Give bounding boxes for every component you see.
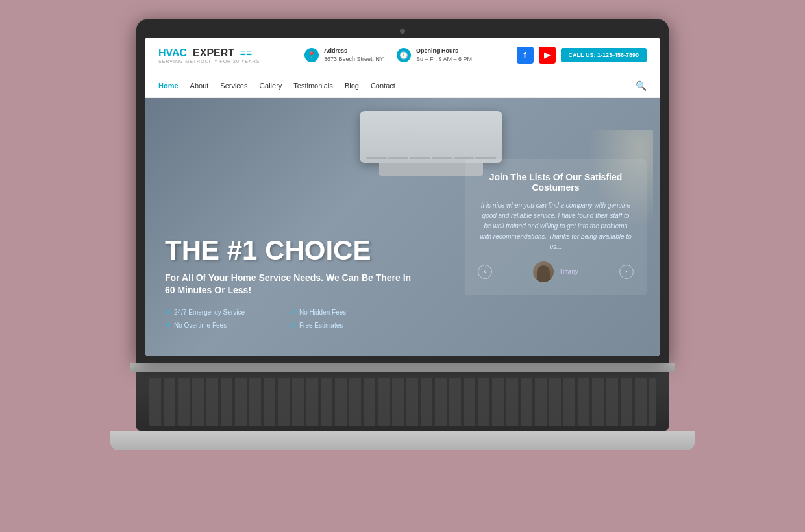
ac-vent-3 [410, 157, 430, 159]
keyboard-keys [149, 378, 656, 426]
check-icon-3: ✓ [165, 320, 171, 330]
testimonial-heading: Join The Lists Of Our Satisfied Costumer… [478, 172, 634, 193]
feature-label-3: No Overtime Fees [174, 322, 227, 329]
feature-label-4: Free Estimates [299, 322, 343, 329]
ac-vent-2 [388, 157, 409, 159]
logo-expert: EXPERT [193, 47, 234, 58]
nav-testimonials[interactable]: Testimonials [293, 82, 333, 90]
feature-4: ✓ Free Estimates [290, 320, 412, 330]
palm-rest [110, 431, 695, 450]
check-icon-4: ✓ [290, 320, 297, 330]
nav-services[interactable]: Services [220, 82, 247, 90]
hours-block: 🕐 Opening Hours Su – Fr: 9 AM – 6 PM [397, 47, 472, 63]
call-button[interactable]: CALL US: 1-123-456-7890 [561, 48, 647, 62]
logo-sub: SERVING METROCITY FOR 20 YEARS [158, 59, 260, 64]
top-bar-info: 📍 Address 3673 Beech Street, NY 🕐 Openin… [304, 47, 472, 63]
address-block: 📍 Address 3673 Beech Street, NY [304, 47, 384, 63]
clock-icon: 🕐 [397, 48, 411, 62]
feature-1: ✓ 24/7 Emergency Service [165, 308, 286, 317]
avatar-figure [537, 265, 550, 282]
nav-gallery[interactable]: Gallery [260, 82, 282, 90]
ac-unit-image [360, 111, 502, 163]
nav-home[interactable]: Home [158, 82, 179, 90]
hours-text: Opening Hours Su – Fr: 9 AM – 6 PM [416, 47, 472, 63]
youtube-button[interactable]: ▶ [539, 47, 556, 64]
laptop-mockup: HVAC EXPERT ≡≡ SERVING METROCITY FOR 20 … [110, 19, 695, 513]
feature-label-1: 24/7 Emergency Service [174, 309, 245, 316]
logo-hvac: HVAC [158, 47, 187, 58]
nav-links: Home About Services Gallery Testimonials… [158, 82, 395, 90]
hero-section: THE #1 CHOICE For All Of Your Home Servi… [145, 98, 660, 356]
hero-title: THE #1 CHOICE [165, 237, 412, 264]
ac-vent-4 [432, 157, 452, 159]
laptop-screen: HVAC EXPERT ≡≡ SERVING METROCITY FOR 20 … [145, 38, 660, 356]
search-icon[interactable]: 🔍 [636, 80, 647, 91]
testimonial-author: Tiffany [533, 261, 578, 282]
location-icon: 📍 [304, 48, 319, 62]
prev-arrow[interactable]: ‹ [478, 265, 492, 279]
features-list: ✓ 24/7 Emergency Service ✓ No Hidden Fee… [165, 308, 412, 330]
author-avatar [533, 261, 554, 282]
nav-blog[interactable]: Blog [345, 82, 359, 90]
top-bar-right: f ▶ CALL US: 1-123-456-7890 [517, 47, 647, 64]
logo: HVAC EXPERT ≡≡ SERVING METROCITY FOR 20 … [158, 47, 260, 64]
navigation: Home About Services Gallery Testimonials… [145, 73, 660, 98]
nav-contact[interactable]: Contact [371, 82, 395, 90]
hero-subtitle: For All Of Your Home Service Needs. We C… [165, 272, 412, 297]
nav-about[interactable]: About [190, 82, 209, 90]
laptop-keyboard [136, 372, 669, 431]
facebook-button[interactable]: f [517, 47, 534, 64]
website-content: HVAC EXPERT ≡≡ SERVING METROCITY FOR 20 … [145, 38, 660, 356]
logo-icon: ≡≡ [240, 47, 253, 59]
feature-3: ✓ No Overtime Fees [165, 320, 286, 330]
feature-label-2: No Hidden Fees [299, 309, 346, 316]
testimonial-navigation: ‹ Tiffany › [478, 261, 634, 282]
laptop-hinge [130, 363, 675, 372]
logo-text: HVAC EXPERT ≡≡ [158, 47, 260, 59]
feature-2: ✓ No Hidden Fees [290, 308, 412, 317]
author-name: Tiffany [559, 268, 578, 275]
laptop-screen-outer: HVAC EXPERT ≡≡ SERVING METROCITY FOR 20 … [136, 19, 669, 363]
hero-left-content: THE #1 CHOICE For All Of Your Home Servi… [165, 237, 412, 330]
address-text: Address 3673 Beech Street, NY [324, 47, 384, 63]
laptop-camera [400, 29, 405, 34]
testimonial-panel: Join The Lists Of Our Satisfied Costumer… [465, 159, 647, 295]
ac-vent-1 [366, 157, 387, 159]
top-bar: HVAC EXPERT ≡≡ SERVING METROCITY FOR 20 … [145, 38, 660, 73]
check-icon-2: ✓ [290, 308, 297, 317]
check-icon-1: ✓ [165, 308, 171, 317]
next-arrow[interactable]: › [619, 265, 634, 279]
testimonial-body: It is nice when you can find a company w… [478, 200, 634, 252]
